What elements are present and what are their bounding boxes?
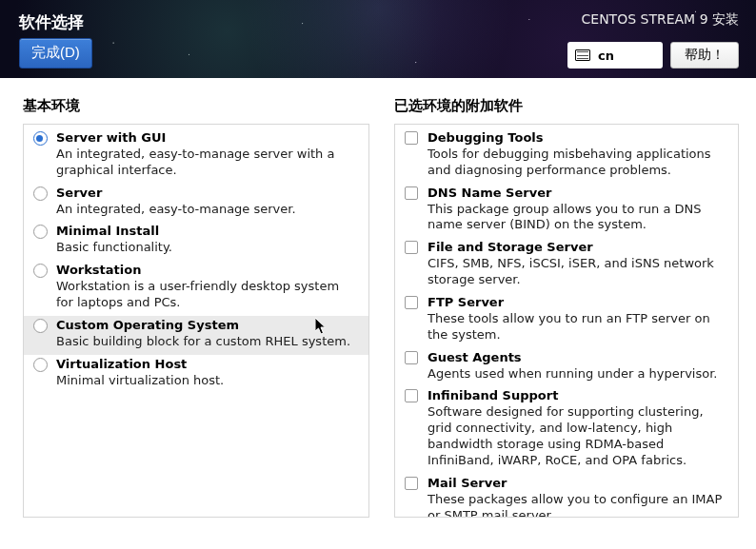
- base-environment-column: 基本环境 Server with GUIAn integrated, easy-…: [23, 97, 369, 549]
- content-area: 基本环境 Server with GUIAn integrated, easy-…: [0, 78, 756, 549]
- addon-option[interactable]: File and Storage ServerCIFS, SMB, NFS, i…: [395, 238, 738, 293]
- addons-list[interactable]: Debugging ToolsTools for debugging misbe…: [394, 124, 739, 518]
- env-title: Workstation: [56, 263, 359, 279]
- addon-body: Debugging ToolsTools for debugging misbe…: [428, 130, 728, 182]
- checkbox-wrap: [403, 186, 420, 237]
- radio-icon[interactable]: [33, 225, 48, 239]
- env-body: Minimal InstallBasic functionality.: [56, 224, 359, 259]
- env-option[interactable]: ServerAn integrated, easy-to-manage serv…: [24, 184, 368, 223]
- env-desc: Minimal virtualization host.: [56, 373, 359, 389]
- header-right-controls: cn 帮助！: [567, 42, 739, 69]
- env-body: WorkstationWorkstation is a user-friendl…: [56, 263, 359, 314]
- checkbox-wrap: [403, 388, 420, 471]
- addon-title: Infiniband Support: [428, 388, 728, 404]
- env-title: Server with GUI: [56, 130, 359, 147]
- checkbox-wrap: [403, 130, 420, 182]
- env-option[interactable]: WorkstationWorkstation is a user-friendl…: [24, 261, 368, 316]
- checkbox-icon[interactable]: [405, 131, 418, 145]
- addon-title: FTP Server: [428, 295, 728, 311]
- radio-wrap: [31, 318, 49, 353]
- radio-icon[interactable]: [33, 131, 48, 146]
- radio-icon[interactable]: [33, 186, 48, 201]
- env-desc: Workstation is a user-friendly desktop s…: [56, 279, 359, 311]
- page-title: 软件选择: [19, 11, 84, 33]
- keyboard-layout-code: cn: [598, 49, 614, 63]
- env-body: Virtualization HostMinimal virtualizatio…: [56, 357, 359, 392]
- env-desc: An integrated, easy-to-manage server wit…: [56, 147, 359, 179]
- addon-body: DNS Name ServerThis package group allows…: [428, 186, 728, 237]
- radio-icon[interactable]: [33, 358, 48, 372]
- env-option[interactable]: Minimal InstallBasic functionality.: [24, 222, 368, 261]
- addon-desc: CIFS, SMB, NFS, iSCSI, iSER, and iSNS ne…: [428, 256, 728, 288]
- checkbox-wrap: [403, 295, 420, 346]
- checkbox-icon[interactable]: [405, 351, 418, 364]
- addon-title: File and Storage Server: [428, 240, 728, 256]
- addon-body: FTP ServerThese tools allow you to run a…: [428, 295, 728, 346]
- radio-wrap: [31, 224, 49, 259]
- env-desc: Basic building block for a custom RHEL s…: [56, 334, 359, 350]
- addon-option[interactable]: DNS Name ServerThis package group allows…: [395, 184, 738, 239]
- addon-title: Guest Agents: [428, 350, 728, 366]
- addon-desc: These tools allow you to run an FTP serv…: [428, 311, 728, 343]
- env-body: Server with GUIAn integrated, easy-to-ma…: [56, 130, 359, 182]
- radio-wrap: [31, 130, 49, 182]
- checkbox-wrap: [403, 476, 420, 518]
- addon-option[interactable]: Infiniband SupportSoftware designed for …: [395, 386, 738, 473]
- radio-wrap: [31, 186, 49, 221]
- env-desc: Basic functionality.: [56, 240, 359, 256]
- addon-desc: This package group allows you to run a D…: [428, 202, 728, 234]
- addon-option[interactable]: Debugging ToolsTools for debugging misbe…: [395, 128, 738, 184]
- keyboard-layout-indicator[interactable]: cn: [567, 42, 663, 69]
- addon-option[interactable]: Guest AgentsAgents used when running und…: [395, 348, 738, 387]
- addon-option[interactable]: FTP ServerThese tools allow you to run a…: [395, 293, 738, 348]
- addon-desc: Tools for debugging misbehaving applicat…: [428, 147, 728, 179]
- addons-column: 已选环境的附加软件 Debugging ToolsTools for debug…: [394, 97, 739, 549]
- installer-subtitle: CENTOS STREAM 9 安装: [582, 11, 739, 29]
- addon-body: File and Storage ServerCIFS, SMB, NFS, i…: [428, 240, 728, 291]
- addon-body: Mail ServerThese packages allow you to c…: [428, 476, 728, 518]
- checkbox-wrap: [403, 350, 420, 385]
- header-bottom-row: 完成(D) cn 帮助！: [19, 38, 739, 69]
- env-option[interactable]: Server with GUIAn integrated, easy-to-ma…: [24, 128, 368, 184]
- checkbox-icon[interactable]: [405, 477, 418, 490]
- checkbox-icon[interactable]: [405, 241, 418, 254]
- done-button[interactable]: 完成(D): [19, 38, 92, 69]
- addon-title: Debugging Tools: [428, 130, 728, 147]
- env-option[interactable]: Custom Operating SystemBasic building bl…: [24, 316, 368, 355]
- addon-option[interactable]: Mail ServerThese packages allow you to c…: [395, 474, 738, 518]
- env-title: Server: [56, 186, 359, 202]
- addon-body: Infiniband SupportSoftware designed for …: [428, 388, 728, 471]
- addons-title: 已选环境的附加软件: [394, 97, 739, 115]
- help-button[interactable]: 帮助！: [670, 42, 739, 69]
- addon-desc: Software designed for supporting cluster…: [428, 404, 728, 469]
- addon-title: Mail Server: [428, 476, 728, 492]
- addon-title: DNS Name Server: [428, 186, 728, 202]
- radio-icon[interactable]: [33, 319, 48, 333]
- env-title: Custom Operating System: [56, 318, 359, 334]
- env-body: Custom Operating SystemBasic building bl…: [56, 318, 359, 353]
- header-top-row: 软件选择 CENTOS STREAM 9 安装: [19, 11, 739, 33]
- env-body: ServerAn integrated, easy-to-manage serv…: [56, 186, 359, 221]
- keyboard-icon: [575, 49, 590, 61]
- radio-wrap: [31, 357, 49, 392]
- header-bar: 软件选择 CENTOS STREAM 9 安装 完成(D) cn 帮助！: [0, 0, 756, 78]
- checkbox-icon[interactable]: [405, 186, 418, 200]
- env-option[interactable]: Virtualization HostMinimal virtualizatio…: [24, 355, 368, 394]
- addon-body: Guest AgentsAgents used when running und…: [428, 350, 728, 385]
- checkbox-icon[interactable]: [405, 296, 418, 309]
- checkbox-wrap: [403, 240, 420, 291]
- env-title: Minimal Install: [56, 224, 359, 240]
- env-title: Virtualization Host: [56, 357, 359, 373]
- base-environment-list[interactable]: Server with GUIAn integrated, easy-to-ma…: [23, 124, 369, 518]
- env-desc: An integrated, easy-to-manage server.: [56, 202, 359, 218]
- radio-wrap: [31, 263, 49, 314]
- checkbox-icon[interactable]: [405, 389, 418, 402]
- addon-desc: Agents used when running under a hypervi…: [428, 366, 728, 382]
- addon-desc: These packages allow you to configure an…: [428, 492, 728, 518]
- radio-icon[interactable]: [33, 264, 48, 278]
- base-environment-title: 基本环境: [23, 97, 369, 115]
